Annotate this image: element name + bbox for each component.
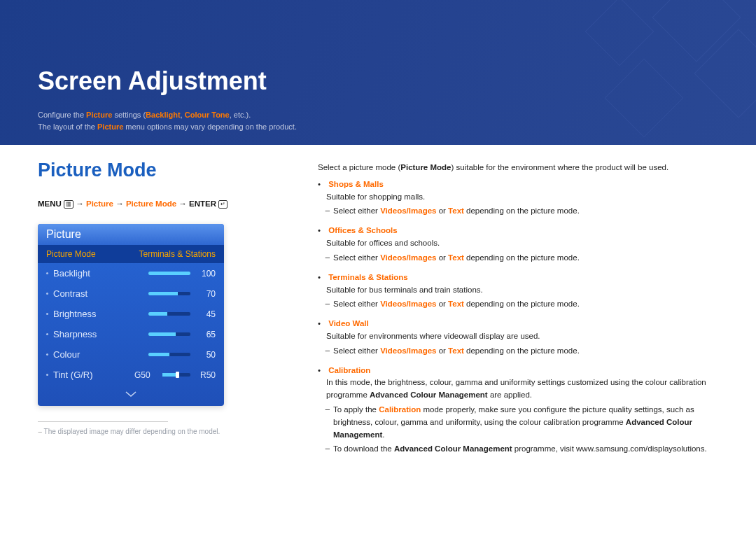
osd-row-label: Contrast: [53, 288, 148, 299]
osd-row-label: Brightness: [53, 309, 148, 319]
content-area: Picture Mode MENU ▥ → Picture → Picture …: [38, 160, 724, 463]
section-title: Picture Mode: [38, 160, 276, 181]
t: depending on the picture mode.: [464, 346, 580, 355]
t: or: [436, 300, 448, 308]
mode-offices-sub: Select either Videos/Images or Text depe…: [333, 252, 724, 265]
osd-tint-slider[interactable]: [162, 373, 190, 377]
rintro-b: ) suitable for the environment where the…: [451, 163, 668, 171]
footnote: The displayed image may differ depending…: [38, 428, 276, 435]
intro-hl-backlight: Backlight: [146, 111, 181, 119]
t: or: [436, 253, 448, 262]
osd-row-backlight[interactable]: Backlight100: [38, 263, 224, 283]
intro-line-1c: , etc.).: [230, 111, 251, 119]
mode-calibration-sub1: To apply the Calibration mode properly, …: [333, 404, 724, 441]
right-column: Select a picture mode (Picture Mode) sui…: [318, 162, 724, 456]
osd-row-colour[interactable]: Colour50: [38, 344, 224, 365]
mode-offices-desc: Suitable for offices and schools.: [326, 237, 724, 250]
nav-arrow-2: →: [115, 199, 124, 208]
osd-row-brightness[interactable]: Brightness45: [38, 304, 224, 324]
osd-row-contrast[interactable]: Contrast70: [38, 283, 224, 304]
mode-videowall-sub: Select either Videos/Images or Text depe…: [333, 345, 724, 358]
osd-tint-row[interactable]: Tint (G/R) G50 R50: [38, 365, 224, 385]
t: are applied.: [488, 391, 532, 399]
mode-terminals-sub: Select either Videos/Images or Text depe…: [333, 298, 724, 311]
nav-menu: MENU: [38, 199, 62, 208]
intro-hl-colourtone: Colour Tone: [185, 111, 230, 119]
osd-row-value: 50: [196, 350, 216, 360]
mode-calibration-desc: In this mode, the brightness, colour, ga…: [326, 377, 724, 402]
t: or: [436, 206, 448, 215]
osd-row-sharpness[interactable]: Sharpness65: [38, 324, 224, 344]
osd-row-label: Colour: [53, 349, 148, 360]
osd-tint-r: R50: [195, 370, 216, 380]
mode-terminals-desc: Suitable for bus terminals and train sta…: [326, 284, 724, 297]
t: or: [436, 346, 448, 355]
mode-terminals: Terminals & Stations Suitable for bus te…: [318, 272, 724, 311]
osd-row-slider[interactable]: [148, 272, 190, 275]
header-band: Screen Adjustment Configure the Picture …: [0, 0, 756, 145]
mode-shops-sub: Select either Videos/Images or Text depe…: [333, 205, 724, 218]
osd-selected-label: Picture Mode: [46, 249, 96, 259]
right-intro: Select a picture mode (Picture Mode) sui…: [318, 162, 724, 174]
t: Advanced Colour Management: [370, 391, 488, 399]
rintro-hl: Picture Mode: [400, 163, 451, 171]
t: Select either: [333, 300, 380, 308]
mode-offices-name: Offices & Schools: [328, 226, 397, 234]
osd-title: Picture: [38, 224, 224, 245]
nav-enter: ENTER: [189, 199, 216, 208]
nav-arrow-3: →: [178, 199, 187, 208]
t: programme, visit www.samsung.com/display…: [512, 444, 707, 453]
osd-row-slider[interactable]: [148, 292, 190, 295]
t: depending on the picture mode.: [464, 300, 580, 308]
mode-shops: Shops & Malls Suitable for shopping mall…: [318, 178, 724, 218]
mode-calibration: Calibration In this mode, the brightness…: [318, 365, 724, 456]
osd-tint-label: Tint (G/R): [53, 370, 134, 380]
osd-row-slider[interactable]: [148, 312, 190, 316]
intro-line-2a: The layout of the: [38, 122, 97, 131]
osd-row-value: 100: [196, 269, 216, 279]
t: depending on the picture mode.: [464, 206, 580, 215]
t: Videos/Images: [380, 346, 436, 355]
intro-line-1a: Configure the: [38, 111, 86, 119]
mode-videowall-desc: Suitable for environments where videowal…: [326, 330, 724, 343]
osd-row-slider[interactable]: [148, 332, 190, 336]
intro-line-1b: settings (: [112, 111, 146, 119]
nav-arrow-1: →: [76, 199, 84, 208]
t: Text: [448, 346, 464, 355]
nav-path: MENU ▥ → Picture → Picture Mode → ENTER …: [38, 199, 276, 209]
osd-panel: Picture Picture Mode Terminals & Station…: [38, 224, 224, 406]
mode-calibration-sub2: To download the Advanced Colour Manageme…: [333, 443, 724, 456]
left-column: Picture Mode MENU ▥ → Picture → Picture …: [38, 160, 276, 435]
t: Videos/Images: [380, 300, 436, 308]
t: Text: [448, 206, 464, 215]
mode-videowall: Video Wall Suitable for environments whe…: [318, 318, 724, 357]
t: To download the: [333, 444, 394, 453]
nav-step-picturemode: Picture Mode: [126, 199, 176, 208]
t: Videos/Images: [380, 253, 436, 262]
mode-terminals-name: Terminals & Stations: [328, 273, 408, 281]
osd-row-slider[interactable]: [148, 353, 190, 356]
rintro-a: Select a picture mode (: [318, 163, 400, 171]
page-title: Screen Adjustment: [38, 66, 267, 96]
intro-line-2b: menu options may vary depending on the p…: [123, 122, 297, 131]
mode-videowall-name: Video Wall: [328, 319, 369, 328]
t: Text: [448, 253, 464, 262]
osd-selected-row[interactable]: Picture Mode Terminals & Stations: [38, 245, 224, 263]
intro-hl-picture: Picture: [86, 111, 112, 119]
mode-shops-name: Shops & Malls: [328, 180, 384, 188]
t: Select either: [333, 253, 380, 262]
t: Text: [448, 300, 464, 308]
intro-hl-picture2: Picture: [97, 122, 123, 131]
osd-row-value: 65: [196, 330, 216, 339]
t: Calibration: [379, 405, 421, 414]
osd-row-value: 45: [196, 309, 216, 319]
intro-text: Configure the Picture settings (Backligh…: [38, 109, 297, 132]
mode-calibration-name: Calibration: [328, 366, 370, 374]
mode-shops-desc: Suitable for shopping malls.: [326, 191, 724, 204]
chevron-down-icon[interactable]: [38, 385, 224, 406]
osd-row-value: 70: [196, 289, 216, 299]
osd-row-label: Backlight: [53, 268, 148, 279]
enter-icon: ↵: [218, 200, 227, 209]
t: Videos/Images: [380, 206, 436, 215]
t: Select either: [333, 206, 380, 215]
